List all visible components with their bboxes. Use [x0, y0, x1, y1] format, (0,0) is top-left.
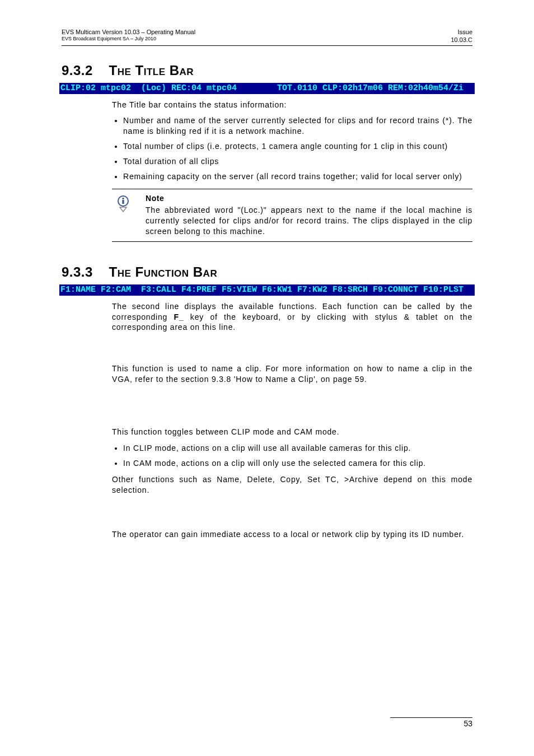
list-item: Remaining capacity on the server (all re… — [123, 171, 472, 182]
header-left-line2: EVS Broadcast Equipment SA – July 2010 — [62, 36, 195, 43]
header-left: EVS Multicam Version 10.03 – Operating M… — [62, 28, 195, 44]
note-block: Note The abbreviated word "(Loc.)" appea… — [112, 189, 472, 242]
list-item: In CAM mode, actions on a clip will only… — [123, 458, 472, 469]
operator-access-text: The operator can gain immediate access t… — [112, 529, 472, 540]
list-item: Total number of clips (i.e. protects, 1 … — [123, 141, 472, 152]
section-title-933: 9.3.3 The Function Bar — [62, 264, 472, 280]
cam-mode-bullets: In CLIP mode, actions on a clip will use… — [112, 443, 472, 469]
section-number: 9.3.2 — [62, 63, 93, 78]
page-header: EVS Multicam Version 10.03 – Operating M… — [62, 28, 472, 44]
cam-toggle-text: This function toggles between CLIP mode … — [112, 427, 472, 437]
note-body: The abbreviated word "(Loc.)" appears ne… — [146, 205, 472, 237]
note-heading: Note — [146, 194, 472, 203]
note-text: Note The abbreviated word "(Loc.)" appea… — [146, 194, 472, 237]
svg-rect-2 — [122, 200, 124, 204]
list-item: Number and name of the server currently … — [123, 115, 472, 137]
name-function-text: This function is used to name a clip. Fo… — [112, 363, 472, 385]
page-number: 53 — [62, 719, 472, 728]
section-number: 9.3.3 — [62, 264, 93, 279]
header-right: Issue 10.03.C — [451, 28, 472, 44]
section-heading: The Function Bar — [109, 264, 218, 279]
title-bar-bullets: Number and name of the server currently … — [112, 115, 472, 181]
header-right-line2: 10.03.C — [451, 36, 472, 44]
header-left-line1: EVS Multicam Version 10.03 – Operating M… — [62, 28, 195, 36]
section-title-932: 9.3.2 The Title Bar — [62, 63, 472, 78]
svg-point-1 — [122, 198, 124, 199]
page-footer: 53 — [62, 717, 472, 728]
footer-rule — [390, 717, 472, 718]
function-bar-screenshot: F1:NAME F2:CAM F3:CALL F4:PREF F5:VIEW F… — [59, 284, 475, 296]
intro-text: The Title bar contains the status inform… — [112, 100, 472, 110]
other-functions-text: Other functions such as Name, Delete, Co… — [112, 474, 472, 496]
note-icon — [112, 194, 134, 215]
list-item: Total duration of all clips — [123, 156, 472, 167]
header-rule — [62, 45, 472, 46]
function-bar-intro: The second line displays the available f… — [112, 301, 472, 333]
section-heading: The Title Bar — [109, 63, 194, 78]
list-item: In CLIP mode, actions on a clip will use… — [123, 443, 472, 454]
header-right-line1: Issue — [451, 28, 472, 36]
fkey-label: F_ — [174, 312, 184, 321]
title-bar-screenshot: CLIP:02 mtpc02 (Loc) REC:04 mtpc04 TOT.0… — [59, 83, 475, 94]
